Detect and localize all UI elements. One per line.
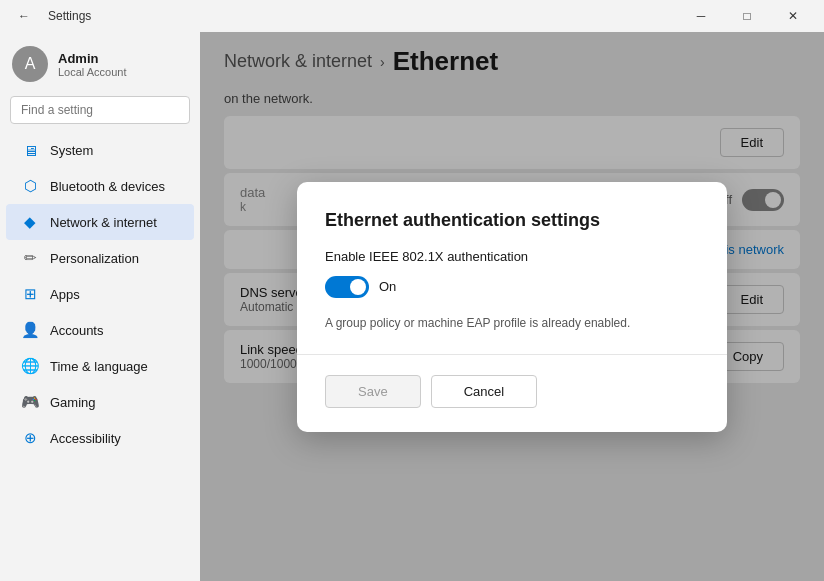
sidebar: A Admin Local Account 🖥 System ⬡ Bluetoo… (0, 32, 200, 581)
sidebar-item-bluetooth[interactable]: ⬡ Bluetooth & devices (6, 168, 194, 204)
sidebar-item-label: Personalization (50, 251, 180, 266)
user-name: Admin (58, 51, 127, 66)
accounts-icon: 👤 (20, 320, 40, 340)
dialog: Ethernet authentication settings Enable … (297, 182, 727, 432)
accessibility-icon: ⊕ (20, 428, 40, 448)
sidebar-item-label: System (50, 143, 180, 158)
sidebar-item-label: Network & internet (50, 215, 180, 230)
sidebar-item-time[interactable]: 🌐 Time & language (6, 348, 194, 384)
cancel-button[interactable]: Cancel (431, 375, 537, 408)
sidebar-item-label: Bluetooth & devices (50, 179, 180, 194)
dialog-toggle-label: Enable IEEE 802.1X authentication (325, 249, 699, 264)
search-input[interactable] (10, 96, 190, 124)
content-area: Network & internet › Ethernet on the net… (200, 32, 824, 581)
dialog-title: Ethernet authentication settings (325, 210, 699, 231)
sidebar-item-personalization[interactable]: ✏ Personalization (6, 240, 194, 276)
sidebar-item-accessibility[interactable]: ⊕ Accessibility (6, 420, 194, 456)
close-button[interactable]: ✕ (770, 0, 816, 32)
sidebar-item-apps[interactable]: ⊞ Apps (6, 276, 194, 312)
apps-icon: ⊞ (20, 284, 40, 304)
user-subtitle: Local Account (58, 66, 127, 78)
system-icon: 🖥 (20, 140, 40, 160)
gaming-icon: 🎮 (20, 392, 40, 412)
dialog-overlay: Ethernet authentication settings Enable … (200, 32, 824, 581)
back-button[interactable]: ← (8, 0, 40, 32)
time-icon: 🌐 (20, 356, 40, 376)
dialog-toggle-state: On (379, 279, 396, 294)
bluetooth-icon: ⬡ (20, 176, 40, 196)
save-button[interactable]: Save (325, 375, 421, 408)
sidebar-item-label: Gaming (50, 395, 180, 410)
back-icon: ← (18, 9, 30, 23)
user-info: Admin Local Account (58, 51, 127, 78)
title-bar-title: Settings (48, 9, 91, 23)
sidebar-item-gaming[interactable]: 🎮 Gaming (6, 384, 194, 420)
title-bar: ← Settings ─ □ ✕ (0, 0, 824, 32)
avatar: A (12, 46, 48, 82)
dialog-toggle-row: On (325, 276, 699, 298)
dialog-toggle-thumb (350, 279, 366, 295)
app-body: A Admin Local Account 🖥 System ⬡ Bluetoo… (0, 32, 824, 581)
sidebar-item-system[interactable]: 🖥 System (6, 132, 194, 168)
maximize-button[interactable]: □ (724, 0, 770, 32)
sidebar-item-network[interactable]: ◆ Network & internet (6, 204, 194, 240)
title-bar-left: ← Settings (8, 0, 91, 32)
sidebar-item-label: Time & language (50, 359, 180, 374)
dialog-note: A group policy or machine EAP profile is… (325, 312, 699, 330)
sidebar-item-label: Accounts (50, 323, 180, 338)
user-section: A Admin Local Account (0, 36, 200, 96)
window-controls: ─ □ ✕ (678, 0, 816, 32)
sidebar-item-label: Apps (50, 287, 180, 302)
dialog-toggle-switch[interactable] (325, 276, 369, 298)
sidebar-nav: 🖥 System ⬡ Bluetooth & devices ◆ Network… (0, 132, 200, 456)
dialog-footer: Save Cancel (325, 375, 699, 408)
maximize-icon: □ (743, 9, 750, 23)
sidebar-item-label: Accessibility (50, 431, 180, 446)
sidebar-item-accounts[interactable]: 👤 Accounts (6, 312, 194, 348)
close-icon: ✕ (788, 9, 798, 23)
personalization-icon: ✏ (20, 248, 40, 268)
network-icon: ◆ (20, 212, 40, 232)
dialog-separator (297, 354, 727, 355)
minimize-icon: ─ (697, 9, 706, 23)
minimize-button[interactable]: ─ (678, 0, 724, 32)
